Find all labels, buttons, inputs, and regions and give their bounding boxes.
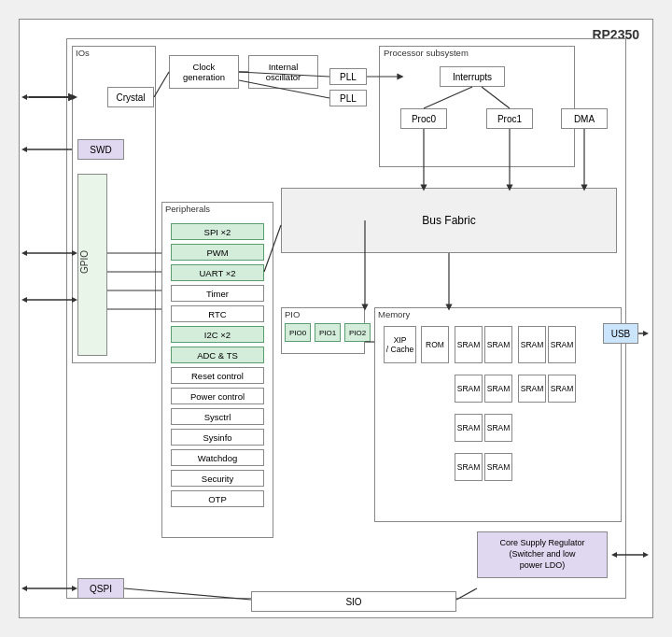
sram4: SRAM: [548, 326, 576, 363]
clock-box: Clockgeneration: [169, 55, 239, 89]
sram6: SRAM: [484, 375, 512, 403]
diagram-container: RP2350 IOs GPIO SWD Crystal Clockgenerat…: [19, 19, 653, 618]
pll2-label: PLL: [340, 93, 357, 104]
sio-box: SIO: [251, 591, 456, 612]
proc-subsystem-label: Processor subsystem: [384, 48, 469, 58]
peri-security: Security: [171, 470, 264, 487]
qspi-box: QSPI: [77, 578, 124, 599]
crystal-box: Crystal: [107, 87, 154, 107]
pio0-box: PIO0: [285, 323, 311, 342]
swd-box: SWD: [77, 139, 124, 160]
pio-label: PIO: [285, 309, 300, 319]
peri-adc: ADC & TS: [171, 347, 264, 363]
svg-marker-18: [643, 331, 649, 336]
proc1-box: Proc1: [486, 108, 533, 129]
sram10: SRAM: [484, 414, 512, 442]
pio1-box: PIO1: [315, 323, 341, 342]
peri-sysinfo: Sysinfo: [171, 429, 264, 446]
peripherals-label: Peripherals: [165, 204, 210, 214]
interrupts-label: Interrupts: [453, 72, 492, 82]
peri-pwm: PWM: [171, 244, 264, 261]
svg-marker-7: [21, 147, 27, 152]
pll1-label: PLL: [340, 72, 357, 82]
peri-otp: OTP: [171, 490, 264, 507]
proc0-label: Proc0: [412, 114, 436, 124]
usb-box: USB: [603, 323, 638, 344]
interrupts-box: Interrupts: [440, 66, 505, 87]
internal-osc-label: Internaloscillator: [266, 62, 301, 83]
sram11: SRAM: [455, 453, 483, 481]
sram8: SRAM: [548, 375, 576, 403]
dma-box: DMA: [561, 108, 608, 129]
memory-label: Memory: [378, 309, 410, 319]
svg-marker-12: [21, 297, 27, 303]
ios-label: IOs: [76, 48, 90, 58]
sram9: SRAM: [455, 414, 483, 442]
proc0-box: Proc0: [400, 108, 447, 129]
clock-label: Clockgeneration: [183, 62, 225, 83]
usb-label: USB: [611, 329, 631, 339]
peri-spi: SPI ×2: [171, 223, 264, 240]
sram3: SRAM: [518, 326, 546, 363]
sram12: SRAM: [484, 453, 512, 481]
core-supply-box: Core Supply Regulator(Switcher and lowpo…: [477, 531, 608, 578]
qspi-label: QSPI: [90, 584, 112, 594]
proc-subsystem-box: [379, 46, 575, 167]
peri-watchdog: Watchdog: [171, 449, 264, 466]
sram2: SRAM: [484, 326, 512, 363]
swd-label: SWD: [90, 145, 111, 155]
pll2-box: PLL: [329, 90, 367, 106]
peri-reset: Reset control: [171, 367, 264, 384]
bus-fabric-label: Bus Fabric: [422, 214, 475, 227]
svg-marker-15: [21, 586, 27, 591]
rom-box: ROM: [421, 326, 449, 363]
sram7: SRAM: [518, 375, 546, 403]
pio2-box: PIO2: [344, 323, 371, 342]
peri-i2c: I2C ×2: [171, 326, 264, 343]
pll1-box: PLL: [329, 68, 367, 85]
svg-marker-20: [643, 552, 649, 558]
bus-fabric-box: Bus Fabric: [281, 188, 617, 253]
internal-osc-box: Internaloscillator: [248, 55, 318, 89]
gpio-label: GPIO: [79, 250, 90, 274]
core-supply-label: Core Supply Regulator(Switcher and lowpo…: [499, 538, 584, 571]
dma-label: DMA: [574, 114, 595, 124]
peri-rtc: RTC: [171, 305, 264, 322]
xip-cache-box: XIP/ Cache: [384, 326, 416, 363]
peri-timer: Timer: [171, 285, 264, 302]
sram1: SRAM: [455, 326, 483, 363]
peri-power: Power control: [171, 388, 264, 404]
peri-uart: UART ×2: [171, 264, 264, 281]
sio-label: SIO: [345, 597, 361, 607]
svg-marker-9: [21, 250, 27, 256]
sram5: SRAM: [455, 375, 483, 403]
crystal-label: Crystal: [116, 92, 145, 103]
peri-sysctrl: Sysctrl: [171, 408, 264, 425]
svg-marker-4: [21, 94, 27, 100]
proc1-label: Proc1: [497, 114, 522, 124]
